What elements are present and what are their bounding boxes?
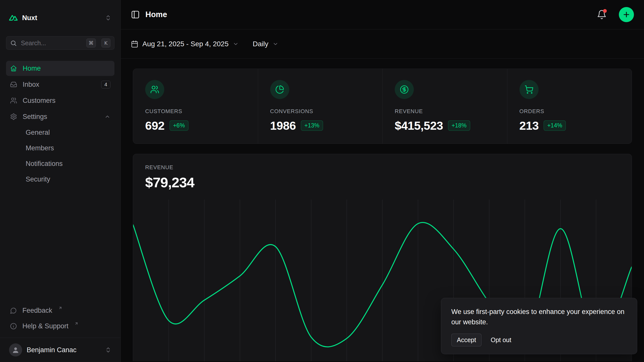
stat-conversions[interactable]: CONVERSIONS 1986 +13% [258, 69, 383, 144]
sidebar-footer: Feedback Help & Support [6, 303, 114, 338]
sidebar-item-inbox[interactable]: Inbox 4 [6, 77, 114, 92]
sidebar-item-home[interactable]: Home [6, 61, 114, 76]
panel-left-icon[interactable] [131, 10, 140, 19]
stat-label: ORDERS [519, 108, 620, 115]
stat-value: 1986 [270, 119, 296, 132]
user-name: Benjamin Canac [27, 346, 100, 354]
stat-delta-badge: +18% [448, 120, 470, 131]
workspace-switcher-button[interactable] [105, 15, 111, 21]
sidebar-item-customers[interactable]: Customers [6, 93, 114, 108]
notification-dot [603, 9, 607, 13]
date-range-picker[interactable]: Aug 21, 2025 - Sep 4, 2025 [131, 40, 239, 48]
help-support-label: Help & Support [22, 322, 68, 330]
search-input-wrapper[interactable]: ⌘K [6, 36, 114, 50]
search-icon [10, 40, 17, 47]
sidebar-item-general[interactable]: General [6, 125, 114, 140]
cookie-optout-button[interactable]: Opt out [485, 334, 517, 346]
cookie-message: We use first-party cookies to enhance yo… [451, 307, 627, 327]
stats-card: CUSTOMERS 692 +6% CONVERSIONS 1986 +13% [133, 69, 632, 144]
cart-icon [519, 80, 539, 99]
kbd-k: K [101, 38, 110, 48]
search-input[interactable] [21, 39, 82, 47]
chevron-up-icon [104, 114, 110, 120]
sidebar-nav: Home Inbox 4 Customers Settings Genera [6, 61, 114, 187]
home-icon [10, 65, 17, 72]
cookie-banner: We use first-party cookies to enhance yo… [441, 298, 637, 354]
external-link-icon [58, 306, 62, 310]
calendar-icon [131, 40, 138, 48]
page-title: Home [145, 10, 167, 19]
stat-delta-badge: +13% [301, 120, 323, 131]
stat-orders[interactable]: ORDERS 213 +14% [507, 69, 632, 144]
granularity-select[interactable]: Daily [253, 40, 278, 48]
sidebar-spacer [6, 187, 114, 303]
plus-icon [622, 11, 630, 19]
sidebar-item-label: Home [23, 65, 41, 72]
chevrons-up-down-icon [105, 347, 111, 353]
inbox-count-badge: 4 [101, 81, 110, 88]
sidebar: Nuxt ⌘K Home Inbox 4 [0, 0, 121, 362]
sidebar-item-security[interactable]: Security [6, 172, 114, 187]
nuxt-logo-icon [9, 14, 18, 22]
settings-subnav: General Members Notifications Security [6, 125, 114, 187]
pie-chart-icon [270, 80, 289, 99]
sidebar-item-members[interactable]: Members [6, 141, 114, 155]
inbox-icon [10, 81, 17, 88]
feedback-link[interactable]: Feedback [6, 303, 114, 318]
chat-bubble-icon [10, 307, 17, 314]
date-range-label: Aug 21, 2025 - Sep 4, 2025 [142, 40, 229, 48]
kbd-cmd: ⌘ [86, 38, 96, 48]
sidebar-item-notifications[interactable]: Notifications [6, 156, 114, 171]
sidebar-item-label: Customers [23, 97, 56, 105]
sidebar-item-settings[interactable]: Settings [6, 109, 114, 124]
users-icon [10, 97, 17, 104]
gear-icon [10, 113, 17, 120]
brand-name: Nuxt [22, 14, 100, 22]
notifications-button[interactable] [595, 8, 609, 22]
workspace-switcher[interactable]: Nuxt [6, 7, 114, 29]
user-menu[interactable]: Benjamin Canac [6, 338, 114, 362]
page-header: Home [121, 0, 644, 29]
feedback-label: Feedback [22, 307, 52, 314]
stat-label: CUSTOMERS [145, 108, 246, 115]
stat-label: CONVERSIONS [270, 108, 371, 115]
help-support-link[interactable]: Help & Support [6, 319, 114, 333]
stat-label: REVENUE [395, 108, 495, 115]
stat-delta-badge: +6% [170, 120, 188, 131]
info-circle-icon [10, 323, 17, 330]
chevrons-up-down-icon [105, 15, 111, 21]
stat-value: 692 [145, 119, 165, 132]
users-icon [145, 80, 164, 99]
stat-customers[interactable]: CUSTOMERS 692 +6% [133, 69, 258, 144]
external-link-icon [74, 322, 78, 326]
stat-delta-badge: +14% [544, 120, 566, 131]
add-button[interactable] [619, 7, 634, 22]
stat-value: $415,523 [395, 119, 443, 132]
dollar-circle-icon [395, 80, 414, 99]
avatar [9, 343, 22, 356]
cookie-accept-button[interactable]: Accept [451, 334, 481, 346]
chevron-down-icon [272, 41, 278, 47]
sidebar-item-label: Inbox [23, 81, 39, 88]
stat-revenue[interactable]: REVENUE $415,523 +18% [382, 69, 507, 144]
granularity-label: Daily [253, 40, 268, 48]
chevron-down-icon [233, 41, 239, 47]
stat-value: 213 [519, 119, 539, 132]
sidebar-item-label: Settings [23, 113, 47, 121]
revenue-chart-value: $79,234 [145, 174, 620, 191]
filters-toolbar: Aug 21, 2025 - Sep 4, 2025 Daily [121, 29, 644, 59]
revenue-chart-label: REVENUE [145, 164, 620, 171]
